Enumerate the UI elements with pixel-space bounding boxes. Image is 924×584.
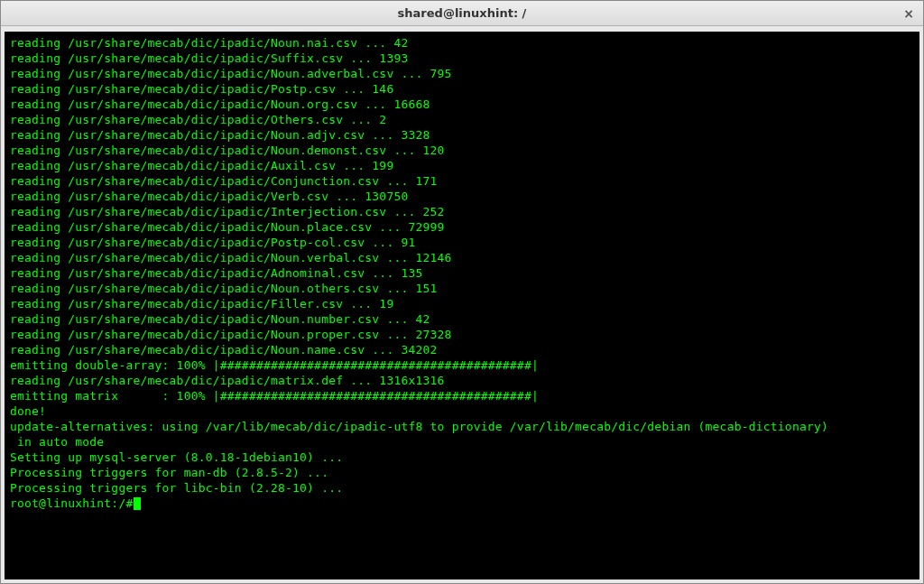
output-line: done! [10,403,914,419]
output-line: emitting matrix : 100% |################… [10,388,914,403]
terminal-area[interactable]: reading /usr/share/mecab/dic/ipadic/Noun… [1,26,923,583]
titlebar[interactable]: shared@linuxhint: / × [1,1,923,26]
window-title: shared@linuxhint: / [398,6,527,20]
cursor-icon [134,497,141,510]
output-line: emitting double-array: 100% |###########… [10,357,914,373]
output-line: reading /usr/share/mecab/dic/ipadic/Noun… [10,327,914,342]
output-line: reading /usr/share/mecab/dic/ipadic/Adno… [10,265,914,281]
output-line: reading /usr/share/mecab/dic/ipadic/Post… [10,81,914,97]
prompt-text: root@linuxhint:/# [10,496,133,511]
output-line: reading /usr/share/mecab/dic/ipadic/Othe… [10,112,914,127]
output-line: reading /usr/share/mecab/dic/ipadic/Conj… [10,173,914,189]
output-line: Processing triggers for man-db (2.8.5-2)… [10,465,914,480]
output-line: reading /usr/share/mecab/dic/ipadic/Noun… [10,311,914,327]
output-line: reading /usr/share/mecab/dic/ipadic/Fill… [10,296,914,311]
output-line: reading /usr/share/mecab/dic/ipadic/Inte… [10,204,914,219]
output-line: update-alternatives: using /var/lib/meca… [10,419,914,434]
close-icon[interactable]: × [901,6,916,21]
output-line: reading /usr/share/mecab/dic/ipadic/Noun… [10,281,914,296]
output-line: reading /usr/share/mecab/dic/ipadic/Noun… [10,143,914,158]
output-line: reading /usr/share/mecab/dic/ipadic/Noun… [10,342,914,357]
terminal-output: reading /usr/share/mecab/dic/ipadic/Noun… [8,33,916,578]
output-line: reading /usr/share/mecab/dic/ipadic/Noun… [10,66,914,81]
prompt-line[interactable]: root@linuxhint:/# [10,496,914,511]
output-line: reading /usr/share/mecab/dic/ipadic/Noun… [10,35,914,51]
terminal-window: shared@linuxhint: / × reading /usr/share… [0,0,924,584]
output-line: reading /usr/share/mecab/dic/ipadic/Noun… [10,250,914,265]
output-line: reading /usr/share/mecab/dic/ipadic/Verb… [10,189,914,204]
output-line: reading /usr/share/mecab/dic/ipadic/Suff… [10,51,914,66]
output-line: reading /usr/share/mecab/dic/ipadic/Noun… [10,97,914,112]
output-line: reading /usr/share/mecab/dic/ipadic/Auxi… [10,158,914,173]
output-line: reading /usr/share/mecab/dic/ipadic/matr… [10,373,914,388]
output-line: reading /usr/share/mecab/dic/ipadic/Post… [10,235,914,250]
output-line: reading /usr/share/mecab/dic/ipadic/Noun… [10,127,914,143]
output-line: Processing triggers for libc-bin (2.28-1… [10,480,914,496]
output-line: Setting up mysql-server (8.0.18-1debian1… [10,450,914,465]
output-line: in auto mode [10,434,914,450]
output-line: reading /usr/share/mecab/dic/ipadic/Noun… [10,219,914,235]
